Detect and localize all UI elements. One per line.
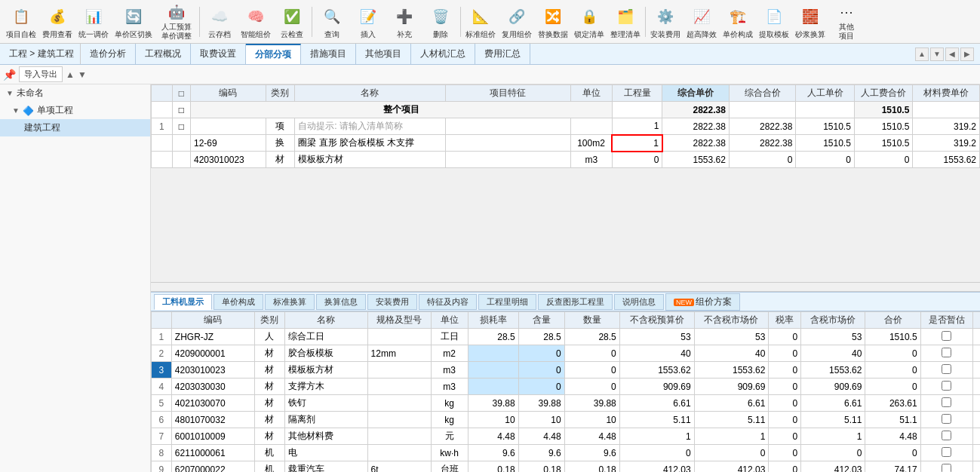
- toolbar-std-group[interactable]: 📐 标准组价: [462, 2, 499, 42]
- estimate-checkbox[interactable]: [942, 464, 951, 473]
- tab-labor-material[interactable]: 人材机汇总: [411, 44, 475, 64]
- estimate-checkbox[interactable]: [942, 364, 951, 374]
- bt-row-qty[interactable]: 0: [518, 345, 564, 362]
- bt-row-lock[interactable]: [973, 445, 980, 461]
- bt-row-qty[interactable]: 9.6: [518, 445, 564, 461]
- toolbar-sort-clean[interactable]: 🗂️ 整理清单: [607, 2, 644, 42]
- bottom-tab-qty-detail[interactable]: 工程里明细: [478, 294, 536, 310]
- bt-row-estimate[interactable]: [920, 379, 973, 395]
- tab-fee-summary[interactable]: 费用汇总: [475, 44, 530, 64]
- bottom-tab-convert-info[interactable]: 换算信息: [316, 294, 366, 310]
- toolbar-fee-query[interactable]: 💰 费用查看: [39, 2, 75, 42]
- bt-row-estimate[interactable]: [920, 445, 973, 461]
- bt-row-qty[interactable]: 0: [518, 362, 564, 379]
- nav-left-arrow[interactable]: ◀: [945, 48, 959, 61]
- import-export-btn[interactable]: 导入导出: [19, 66, 63, 82]
- tab-fee-settings[interactable]: 取费设置: [191, 44, 246, 64]
- bt-row-estimate[interactable]: [920, 461, 973, 473]
- sidebar-item-unnamed[interactable]: ▼ 未命名: [0, 84, 150, 102]
- bt-row-estimate[interactable]: [920, 329, 973, 345]
- toolbar-delete[interactable]: 🗑️ 删除: [422, 2, 459, 42]
- bottom-tab-work-material[interactable]: 工料机显示: [154, 294, 212, 310]
- bt-row-loss[interactable]: 10: [468, 412, 518, 428]
- bottom-tab-group-plan[interactable]: NEW组价方案: [665, 293, 740, 311]
- bt-row-qty[interactable]: 28.5: [518, 329, 564, 345]
- pin-icon[interactable]: 📌: [3, 69, 16, 81]
- tab-parts-items[interactable]: 分部分项: [246, 44, 301, 64]
- bt-row-estimate[interactable]: [920, 362, 973, 379]
- row-qty-2[interactable]: 1: [612, 135, 662, 152]
- estimate-checkbox[interactable]: [942, 414, 951, 424]
- tab-other-items[interactable]: 其他项目: [356, 44, 411, 64]
- toolbar-extract-tpl[interactable]: 📄 提取模板: [756, 2, 792, 42]
- estimate-checkbox[interactable]: [942, 397, 951, 407]
- estimate-checkbox[interactable]: [942, 431, 951, 440]
- bt-row-loss[interactable]: 4.48: [468, 428, 518, 445]
- bottom-tab-features[interactable]: 特征及内容: [419, 294, 477, 310]
- toolbar-other[interactable]: ⋯ 其他项目: [828, 2, 865, 42]
- bt-row-lock[interactable]: [973, 379, 980, 395]
- bottom-tab-install-fee[interactable]: 安装费用: [367, 294, 417, 310]
- bt-row-loss[interactable]: 39.88: [468, 395, 518, 412]
- bt-row-lock[interactable]: [973, 428, 980, 445]
- estimate-checkbox[interactable]: [942, 348, 951, 357]
- bottom-tab-unit-compose[interactable]: 单价构成: [214, 294, 263, 310]
- bt-row-estimate[interactable]: [920, 345, 973, 362]
- estimate-checkbox[interactable]: [942, 381, 951, 391]
- bt-row-loss[interactable]: [468, 362, 518, 379]
- row-name-1[interactable]: 自动提示: 请输入清单简称: [295, 118, 445, 135]
- nav-right-arrow[interactable]: ▶: [960, 48, 974, 61]
- tab-measures[interactable]: 措施项目: [301, 44, 356, 64]
- bt-row-estimate[interactable]: [920, 395, 973, 412]
- bottom-tab-desc-info[interactable]: 说明信息: [614, 294, 664, 310]
- bt-row-estimate[interactable]: [920, 428, 973, 445]
- toolbar-project-check[interactable]: 📋 项目自检: [3, 2, 39, 42]
- bt-row-qty[interactable]: 39.88: [518, 395, 564, 412]
- toolbar-supplement[interactable]: ➕ 补充: [386, 2, 422, 42]
- bt-row-qty[interactable]: 0: [518, 379, 564, 395]
- down-btn[interactable]: ▼: [78, 69, 87, 80]
- bt-row-loss[interactable]: 28.5: [468, 329, 518, 345]
- toolbar-install-fee[interactable]: ⚙️ 安装费用: [647, 2, 684, 42]
- toolbar-query[interactable]: 🔍 查询: [314, 2, 350, 42]
- bottom-table-container[interactable]: 编码 类别 名称 规格及型号 单位 损耗率 含量 数量 不含税预算价 不含税市场…: [151, 311, 980, 472]
- bt-row-qty[interactable]: 0.18: [518, 461, 564, 473]
- estimate-checkbox[interactable]: [942, 447, 951, 457]
- bottom-tab-drawing-qty[interactable]: 反查图形工程里: [538, 294, 613, 310]
- estimate-checkbox[interactable]: [942, 331, 951, 341]
- sidebar-item-building[interactable]: 建筑工程: [0, 119, 150, 136]
- upper-table-container[interactable]: □ 编码 类别 名称 项目特征 单位 工程量 综合单价 综合合价 人工单价 人工…: [151, 84, 980, 282]
- toolbar-insert[interactable]: 📝 插入: [350, 2, 386, 42]
- nav-up-arrow[interactable]: ▲: [915, 48, 929, 61]
- tab-cost-analysis[interactable]: 造价分析: [81, 44, 136, 64]
- sidebar-item-single-project[interactable]: ▼ 🔷 单项工程: [0, 102, 150, 119]
- toolbar-cloud-archive[interactable]: ☁️ 云存档: [201, 2, 238, 42]
- bt-row-estimate[interactable]: [920, 412, 973, 428]
- toolbar-lock-clean[interactable]: 🔒 锁定清单: [571, 2, 607, 42]
- toolbar-unified-adjust[interactable]: 📊 统一调价: [75, 2, 112, 42]
- bt-row-loss[interactable]: 0.18: [468, 461, 518, 473]
- toolbar-exceed-eff[interactable]: 📈 超高降效: [684, 2, 720, 42]
- toolbar-replace-data[interactable]: 🔀 替换数据: [535, 2, 571, 42]
- toolbar-smart-group[interactable]: 🧠 智能组价: [238, 2, 274, 42]
- bt-row-lock[interactable]: [973, 345, 980, 362]
- toolbar-unit-switch[interactable]: 🔄 单价区切换: [112, 2, 155, 42]
- bottom-tab-std-calc[interactable]: 标准换算: [265, 294, 315, 310]
- bt-row-qty[interactable]: 4.48: [518, 428, 564, 445]
- tab-project-overview[interactable]: 工程概况: [136, 44, 191, 64]
- toolbar-cloud-check[interactable]: ✅ 云检查: [274, 2, 310, 42]
- bt-row-lock[interactable]: [973, 329, 980, 345]
- toolbar-mortar[interactable]: 🧱 砂浆换算: [792, 2, 828, 42]
- bt-row-loss[interactable]: [468, 345, 518, 362]
- bt-row-loss[interactable]: 9.6: [468, 445, 518, 461]
- bt-row-loss[interactable]: [468, 379, 518, 395]
- h-scrollbar[interactable]: [151, 282, 980, 291]
- bt-row-lock[interactable]: [973, 412, 980, 428]
- bt-row-lock[interactable]: [973, 362, 980, 379]
- toolbar-unit-compose[interactable]: 🏗️ 单价构成: [720, 2, 756, 42]
- toolbar-ai-estimate[interactable]: 🤖 人工预算单价调整: [155, 2, 198, 42]
- bt-row-lock[interactable]: [973, 461, 980, 473]
- up-btn[interactable]: ▲: [66, 69, 75, 80]
- bt-row-lock[interactable]: [973, 395, 980, 412]
- row-check-1[interactable]: □: [172, 118, 190, 135]
